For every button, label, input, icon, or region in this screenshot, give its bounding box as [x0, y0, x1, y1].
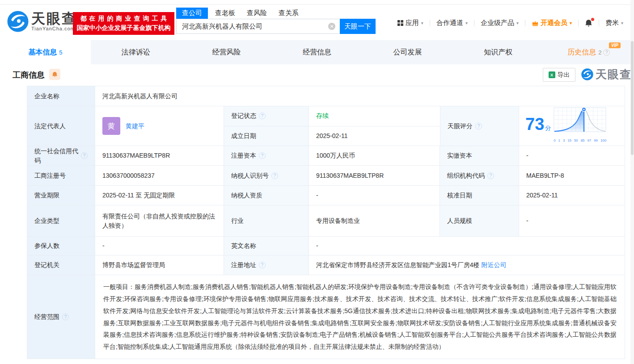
- tab-legal-proceedings[interactable]: 法律诉讼: [91, 40, 182, 64]
- reg-authority-value: 博野县市场监督管理局: [95, 255, 224, 275]
- field-label: 实缴资本: [440, 146, 519, 165]
- taxpayer-quality-value: -: [309, 186, 440, 205]
- search-tab-risk[interactable]: 查风险: [247, 8, 267, 19]
- field-label: 英文名称: [224, 237, 309, 255]
- field-label: 企业名称: [27, 86, 95, 106]
- field-label: 营业期限: [27, 186, 95, 205]
- caret-icon: ▾: [465, 21, 468, 25]
- company-type-value: 有限责任公司（非自然人投资或控股的法人独资）: [95, 205, 224, 236]
- credit-code-value: 91130637MAEB9LTP8R: [95, 146, 224, 165]
- logo-domain: TianYanCha.com: [31, 26, 77, 31]
- field-label: 注册地址?: [224, 255, 309, 275]
- legal-rep-value: 黄 黄建平: [95, 106, 224, 146]
- table-row: 经营范围? 一般项目：服务消费机器人制造;服务消费机器人销售;智能机器人销售;智…: [27, 275, 625, 359]
- search-area: 查公司 查老板 查风险 查关系 ✕ 天眼一下: [176, 7, 376, 34]
- field-label: 法定代表人: [27, 106, 95, 146]
- notification-dot: [591, 18, 594, 21]
- user-menu[interactable]: 费米▾: [605, 19, 623, 27]
- help-icon[interactable]: ?: [259, 262, 266, 268]
- bell-icon: [52, 71, 58, 77]
- english-name-value: -: [309, 237, 625, 255]
- field-label: 企业类型: [27, 205, 95, 236]
- field-label: 工商注册号: [27, 166, 95, 185]
- field-label: 登记机关: [27, 255, 95, 275]
- table-row: 参保人数 - 英文名称 -: [27, 237, 625, 255]
- reg-address-value: 河北省保定市博野县经济开发区信息智能产业园1号厂房4楼 附近公司: [309, 255, 625, 275]
- reg-capital-value: 1000万人民币: [309, 146, 440, 165]
- field-label: 成立日期: [224, 126, 309, 146]
- menu-divider: [599, 20, 599, 26]
- help-icon[interactable]: ?: [259, 113, 266, 119]
- search-input[interactable]: [176, 19, 340, 34]
- help-icon[interactable]: ?: [271, 172, 278, 179]
- help-icon[interactable]: ?: [475, 123, 482, 130]
- slogan-banner: 都在用的商业查询工具 国家中小企业发展子基金旗下机构: [73, 12, 174, 35]
- nearby-companies-link[interactable]: 附近公司: [481, 260, 506, 270]
- field-label: 统一社会信用代码?: [27, 146, 95, 165]
- scrollbar[interactable]: [630, 0, 634, 364]
- table-row: 统一社会信用代码? 91130637MAEB9LTP8R 注册资本? 1000万…: [27, 146, 625, 166]
- table-row: 登记机关 博野县市场监督管理局 注册地址? 河北省保定市博野县经济开发区信息智能…: [27, 255, 625, 275]
- score-value: 73分: [525, 120, 551, 133]
- vip-badge: VIP: [609, 42, 621, 48]
- search-tab-company[interactable]: 查公司: [176, 8, 208, 19]
- menu-divider: [578, 20, 579, 26]
- help-icon[interactable]: ?: [487, 172, 494, 179]
- help-icon[interactable]: ?: [62, 314, 69, 320]
- scrollbar-thumb[interactable]: [631, 41, 634, 155]
- caret-icon: ▾: [421, 21, 423, 25]
- tab-operating-info[interactable]: 经营信息: [272, 40, 363, 64]
- taxpayer-id-value: 91130637MAEB9LTP8R: [309, 166, 440, 185]
- brand-watermark: 天眼查: [581, 67, 632, 82]
- insured-count-value: -: [95, 237, 224, 255]
- export-button[interactable]: X 导出: [543, 68, 575, 82]
- help-icon[interactable]: ?: [81, 152, 88, 159]
- excel-icon: X: [549, 71, 555, 78]
- caret-icon: ▾: [621, 21, 623, 25]
- tab-company-development[interactable]: 公司发展: [362, 40, 453, 64]
- monitor-bell-button[interactable]: [49, 69, 60, 80]
- menu-apps[interactable]: 应用▾: [397, 19, 423, 27]
- avatar[interactable]: 黄: [102, 117, 120, 135]
- field-label: 人员规模: [440, 205, 519, 236]
- field-label: 组织机构代码?: [440, 166, 519, 185]
- notifications-button[interactable]: [585, 19, 592, 27]
- score-axis: 013 155085 9799100: [554, 136, 606, 145]
- tianyancha-logo[interactable]: 天眼查 TianYanCha.com: [7, 11, 77, 32]
- legal-rep-link[interactable]: 黄建平: [126, 121, 144, 131]
- tab-count: 5: [59, 49, 62, 56]
- slogan-line1: 都在用的商业查询工具: [80, 15, 170, 23]
- tab-basic-info[interactable]: 基本信息5: [0, 40, 91, 64]
- staff-size-value: -: [519, 205, 626, 236]
- menu-partner[interactable]: 合作通道▾: [436, 19, 468, 27]
- field-label: 经营范围?: [27, 275, 95, 359]
- search-tab-boss[interactable]: 查老板: [215, 8, 235, 19]
- business-info-table: 企业名称 河北高新兴机器人有限公司 法定代表人 黄 黄建平 登记状态? 存续 成…: [27, 86, 625, 359]
- tab-history-info[interactable]: VIP 历史信息2 ?: [543, 40, 634, 64]
- help-icon[interactable]: ?: [259, 152, 266, 159]
- table-row: 营业期限 2025-02-11 至 无固定期限 纳税人资质 - 核准日期 202…: [27, 186, 625, 205]
- menu-vip[interactable]: 开通会员▾: [532, 19, 572, 27]
- field-label: 纳税人识别号?: [224, 166, 309, 185]
- field-label: 纳税人资质: [224, 186, 309, 205]
- status-badge: 存续: [309, 106, 440, 126]
- table-row: 企业名称 河北高新兴机器人有限公司: [27, 86, 625, 106]
- tianyancha-logo-icon: [7, 11, 29, 32]
- search-button[interactable]: 天眼一下: [340, 19, 376, 34]
- help-icon[interactable]: ?: [603, 49, 610, 56]
- tab-intellectual-property[interactable]: 知识产权: [453, 40, 544, 64]
- menu-enterprise[interactable]: 企业级产品▾: [481, 19, 519, 27]
- field-label: 天眼评分?: [440, 106, 519, 146]
- paid-capital-value: -: [519, 146, 626, 165]
- approval-date-value: 2025-02-11: [519, 186, 626, 205]
- table-row: 法定代表人 黄 黄建平 登记状态? 存续 成立日期 2025-02-11 天眼评…: [27, 106, 625, 146]
- table-row: 企业类型 有限责任公司（非自然人投资或控股的法人独资） 行业 专用设备制造业 人…: [27, 205, 625, 237]
- search-tab-relation[interactable]: 查关系: [279, 8, 299, 19]
- tianyan-score: 73分: [519, 106, 626, 146]
- search-tabs: 查公司 查老板 查风险 查关系: [176, 7, 376, 19]
- caret-icon: ▾: [570, 21, 572, 25]
- tab-operating-risk[interactable]: 经营风险: [181, 40, 272, 64]
- top-divider: [0, 4, 634, 5]
- score-chart: 013 155085 9799100: [554, 107, 607, 145]
- clear-icon[interactable]: ✕: [328, 23, 335, 30]
